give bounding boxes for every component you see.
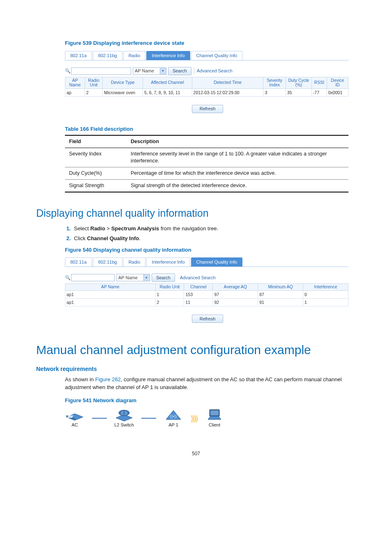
cell-avg-aq: 92 [213,298,258,306]
cell-desc: Percentage of time for which the interfe… [127,167,348,179]
tab-80211bg[interactable]: 802.11bg [93,257,122,266]
table-166-title: Table 166 Field description [65,125,356,133]
tab-80211a[interactable]: 802.11a [65,257,92,266]
node-ap1: ((•)) AP 1 [164,408,183,428]
figure-539-search-row: 🔍 AP Name ▾ Search Advanced Search [65,67,348,75]
svg-text:(( )): (( )) [121,411,127,415]
table-row: ap1 2 11 92 91 1 [65,298,348,306]
refresh-button[interactable]: Refresh [192,105,224,113]
step-bold: Radio [90,225,105,232]
refresh-button[interactable]: Refresh [192,315,224,323]
tab-channel-quality-info[interactable]: Channel Quality Info [191,257,243,266]
table-row: Signal Strength Signal strength of the d… [65,179,348,192]
col-radio-unit[interactable]: Radio Unit [85,77,102,88]
figure-540-table: AP Name Radio Unit Channel Average AQ Mi… [65,283,348,306]
col-radio-unit[interactable]: Radio Unit [155,284,184,291]
network-req-paragraph: As shown in Figure 262, configure manual… [65,376,356,391]
subheading-network-req: Network requirements [36,365,356,373]
cell-ap-name: ap1 [65,298,156,306]
ap-name-select[interactable]: AP Name ▾ [116,274,150,281]
tab-80211a[interactable]: 802.11a [65,51,92,60]
tab-interference-info[interactable]: Interference Info [146,51,190,60]
tab-radio[interactable]: Radio [123,257,146,266]
node-label: AP 1 [168,422,178,428]
heading-manual-channel: Manual channel adjustment configuration … [36,342,356,359]
figure-262-link[interactable]: Figure 262 [95,376,121,382]
col-device-id[interactable]: Device ID [327,77,348,88]
cell-detected-time: 2012-03-15 12:02:29.00 [192,88,263,96]
step-text: . [139,235,141,241]
table-row: ap 2 Microwave oven 5, 6, 7, 8, 9, 10, 1… [65,88,348,96]
col-affected-channel[interactable]: Affected Channel [143,77,192,88]
cell-radio-unit: 2 [155,298,184,306]
figure-539-tabs: 802.11a 802.11bg Radio Interference Info… [65,51,348,60]
cell-radio-unit: 2 [85,88,102,96]
figure-540-screenshot: 802.11a 802.11bg Radio Interference Info… [65,257,348,323]
search-icon: 🔍 [65,275,71,281]
col-interference[interactable]: Interference [303,284,348,291]
col-channel[interactable]: Channel [184,284,213,291]
col-ap-name[interactable]: AP Name [65,284,156,291]
tab-80211bg[interactable]: 802.11bg [93,51,122,60]
tab-radio[interactable]: Radio [123,51,146,60]
page-number: 507 [36,450,356,457]
chevron-down-icon: ▾ [160,68,166,74]
step-1: Select Radio > Spectrum Analysis from th… [72,225,356,232]
search-icon: 🔍 [65,68,71,74]
node-ac: AC [65,408,85,428]
step-bold: Spectrum Analysis [111,225,159,232]
advanced-search-link[interactable]: Advanced Search [178,275,216,281]
node-client: Client [205,408,224,428]
table-166: Field Description Severity Index Interfe… [65,135,348,192]
node-label: Client [209,422,220,428]
tab-channel-quality-info[interactable]: Channel Quality Info [191,51,243,60]
wifi-waves-icon: )))) [191,413,197,423]
step-text: Select [74,225,90,232]
col-ap-name[interactable]: AP Name [65,77,85,88]
node-label: AC [71,422,78,428]
figure-539-table: AP Name Radio Unit Device Type Affected … [65,77,348,97]
steps-list: Select Radio > Spectrum Analysis from th… [65,225,356,242]
advanced-search-link[interactable]: Advanced Search [194,68,233,74]
cell-avg-aq: 97 [213,290,258,298]
cell-interference: 1 [303,298,348,306]
col-rssi[interactable]: RSSI [311,77,327,88]
cell-device-type: Microwave oven [103,88,143,96]
tab-interference-info[interactable]: Interference Info [146,257,190,266]
link-line [141,418,156,419]
link-line [92,418,107,419]
cell-rssi: -77 [311,88,327,96]
svg-text:((•)): ((•)) [170,414,177,419]
step-text: from the navigation tree. [159,225,218,232]
chevron-down-icon: ▾ [143,274,150,281]
step-2: Click Channel Quality Info. [72,235,356,242]
cell-ap-name: ap [65,88,85,96]
cell-field: Signal Strength [65,179,127,192]
ap-name-select-label: AP Name [117,275,143,281]
search-input[interactable] [71,274,115,281]
ap-name-select[interactable]: AP Name ▾ [133,67,166,75]
search-button[interactable]: Search [152,273,175,282]
cell-field: Severity Index [65,148,127,167]
search-input[interactable] [71,67,131,75]
cell-ap-name: ap1 [65,290,156,298]
step-bold: Channel Quality Info [87,235,139,241]
cell-desc: Interference severity level in the range… [127,148,348,167]
table-row: ap1 1 153 97 87 0 [65,290,348,298]
figure-540-caption: Figure 540 Displaying channel quality in… [65,246,356,254]
heading-channel-quality: Displaying channel quality information [36,206,356,220]
search-button[interactable]: Search [168,67,191,75]
col-minimum-aq[interactable]: Minimum AQ [258,284,303,291]
cell-interference: 0 [303,290,348,298]
switch-icon: (( )) [114,408,134,422]
col-duty-cycle[interactable]: Duty Cycle (%) [286,77,311,88]
network-diagram: AC (( )) L2 Switch ((•)) AP 1 )) [65,408,356,428]
cell-channel: 153 [184,290,213,298]
col-average-aq[interactable]: Average AQ [213,284,258,291]
figure-541-caption: Figure 541 Network diagram [65,397,356,404]
col-severity-index[interactable]: Severity Index [263,77,286,88]
ap-icon: ((•)) [164,408,183,422]
figure-540-search-row: 🔍 AP Name ▾ Search Advanced Search [65,273,348,282]
col-detected-time[interactable]: Detected Time [192,77,263,88]
col-device-type[interactable]: Device Type [103,77,143,88]
